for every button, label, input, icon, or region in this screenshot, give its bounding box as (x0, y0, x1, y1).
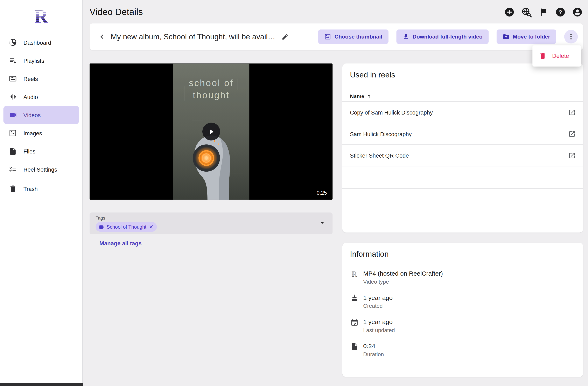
sidebar-item-label: Trash (23, 185, 38, 192)
edit-title-button[interactable] (280, 31, 290, 42)
name-column-header[interactable]: Name (342, 91, 583, 101)
sidebar: R Dashboard Playlists Reels (0, 0, 83, 386)
trash-icon (539, 52, 546, 60)
delete-label: Delete (552, 53, 569, 59)
more-options-button[interactable] (564, 30, 578, 43)
tag-chip-label: School of Thought (107, 224, 146, 230)
tags-box: Tags School of Thought (89, 213, 333, 235)
button-label: Move to folder (513, 34, 550, 40)
sidebar-item-reels[interactable]: Reels (3, 70, 79, 88)
sidebar-item-playlists[interactable]: Playlists (3, 51, 79, 70)
reel-list-item[interactable]: Sam Hulick Discography (342, 123, 583, 145)
download-icon (402, 33, 409, 40)
button-label: Choose thumbnail (335, 34, 382, 40)
kebab-menu-icon (567, 33, 575, 41)
reel-name: Sam Hulick Discography (350, 130, 412, 137)
table-end-divider (342, 188, 583, 189)
delete-menu-item[interactable]: Delete (532, 45, 581, 66)
reel-settings-icon (9, 165, 17, 173)
sidebar-item-label: Files (23, 148, 35, 154)
open-reel-button[interactable] (568, 130, 576, 137)
add-circle-icon[interactable] (504, 6, 515, 18)
remove-tag-button[interactable] (149, 224, 154, 230)
reel-list-item[interactable]: Sticker Sheet QR Code (342, 144, 583, 166)
sidebar-item-trash[interactable]: Trash (3, 180, 79, 198)
sidebar-item-dashboard[interactable]: Dashboard (3, 33, 79, 51)
external-link-icon (568, 109, 576, 116)
trash-icon (9, 185, 17, 193)
sidebar-item-label: Reel Settings (23, 166, 57, 172)
external-link-icon (568, 152, 576, 159)
video-toolbar: My new album, School of Thought, will be… (89, 23, 583, 50)
content-columns: school of thought (89, 64, 583, 377)
app-logo[interactable]: R (0, 0, 82, 29)
svg-text:R: R (352, 270, 357, 278)
reel-list-item[interactable]: Copy of Sam Hulick Discography (342, 101, 583, 123)
playlists-icon (9, 56, 17, 64)
sidebar-item-label: Audio (23, 93, 38, 100)
info-value: 0:24 (363, 343, 384, 350)
help-icon[interactable]: ? (555, 6, 566, 18)
tags-label: Tags (96, 215, 326, 221)
page-title: Video Details (89, 7, 143, 17)
video-player[interactable]: school of thought (89, 64, 333, 200)
sidebar-item-videos[interactable]: Videos (3, 106, 79, 124)
audio-icon (9, 93, 17, 101)
play-button[interactable] (202, 123, 220, 140)
flag-icon[interactable] (538, 6, 549, 18)
files-icon (9, 147, 17, 155)
options-dropdown: Delete (532, 45, 581, 66)
chevron-down-icon (318, 218, 326, 227)
back-button[interactable] (96, 31, 108, 43)
sidebar-bottom-strip (0, 383, 83, 386)
explore-search-icon[interactable] (521, 6, 532, 18)
open-reel-button[interactable] (568, 152, 576, 159)
sidebar-item-audio[interactable]: Audio (3, 88, 79, 106)
info-label: Duration (363, 351, 384, 357)
poster-title-line2: thought (193, 90, 230, 100)
app: R Dashboard Playlists Reels (0, 0, 588, 386)
sidebar-item-files[interactable]: Files (3, 142, 79, 160)
file-icon (350, 343, 359, 352)
choose-thumbnail-button[interactable]: Choose thumbnail (318, 29, 388, 44)
account-icon[interactable] (572, 6, 583, 18)
play-icon (208, 128, 215, 135)
information-title: Information (350, 249, 576, 258)
calendar-edit-icon (350, 318, 359, 328)
external-link-icon (568, 130, 576, 137)
info-value: 1 year ago (363, 318, 395, 325)
download-video-button[interactable]: Download full-length video (396, 29, 489, 44)
move-to-folder-button[interactable]: Move to folder (497, 29, 556, 44)
page-header: Video Details (89, 0, 583, 21)
information-card: Information (342, 243, 583, 377)
button-label: Download full-length video (413, 34, 483, 40)
pencil-icon (281, 33, 289, 40)
sidebar-item-reel-settings[interactable]: Reel Settings (3, 160, 79, 178)
videos-icon (9, 111, 17, 119)
video-title: My new album, School of Thought, will be… (111, 32, 275, 41)
used-in-reels-card: Used in reels Name Copy of Sam Hulick Di… (342, 64, 583, 232)
tags-expand-button[interactable] (318, 218, 326, 228)
sidebar-item-images[interactable]: Images (3, 124, 79, 142)
open-reel-button[interactable] (568, 109, 576, 116)
sidebar-item-label: Videos (23, 112, 41, 118)
tag-icon (99, 224, 104, 230)
close-icon (149, 224, 154, 230)
dashboard-icon (9, 38, 17, 46)
info-row-duration: 0:24 Duration (350, 343, 576, 357)
reels-icon (9, 75, 17, 83)
duration-badge: 0:25 (317, 190, 327, 196)
reel-name: Sticker Sheet QR Code (350, 152, 409, 159)
images-icon (9, 129, 17, 137)
reel-name: Copy of Sam Hulick Discography (350, 109, 433, 116)
info-value: MP4 (hosted on ReelCrafter) (363, 270, 443, 277)
manage-all-tags-link[interactable]: Manage all tags (99, 240, 142, 247)
info-value: 1 year ago (363, 294, 393, 301)
right-column: Used in reels Name Copy of Sam Hulick Di… (342, 64, 583, 377)
info-row-last-updated: 1 year ago Last updated (350, 318, 576, 333)
reelcrafter-logo-icon: R (33, 6, 50, 26)
poster-title-line1: school of (189, 78, 233, 88)
main-content: Video Details (83, 0, 588, 386)
sidebar-nav: Dashboard Playlists Reels Audio Vi (0, 33, 82, 198)
tag-chip[interactable]: School of Thought (96, 222, 157, 232)
